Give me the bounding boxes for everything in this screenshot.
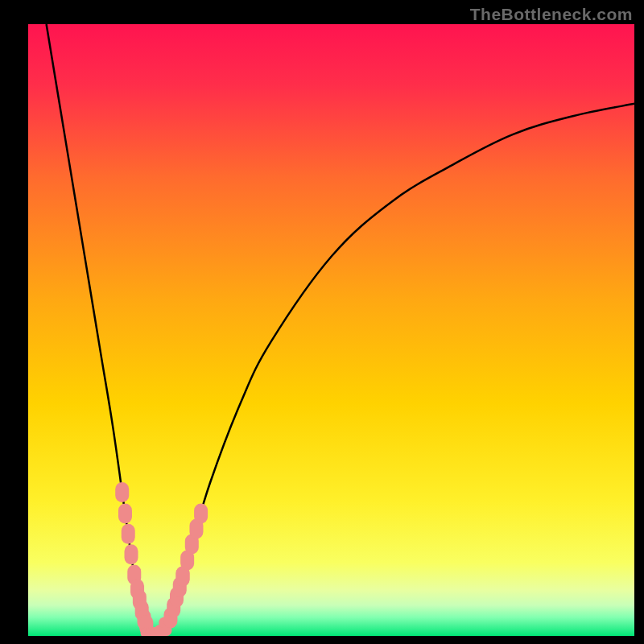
data-marker bbox=[118, 504, 132, 524]
data-marker bbox=[125, 544, 138, 564]
attribution-label: TheBottleneck.com bbox=[470, 5, 633, 24]
bottleneck-curve bbox=[28, 24, 634, 636]
data-marker bbox=[194, 504, 208, 524]
plot-area bbox=[28, 24, 634, 636]
data-marker bbox=[122, 524, 135, 544]
chart-container: TheBottleneck.com bbox=[0, 0, 644, 644]
data-marker bbox=[115, 482, 129, 502]
